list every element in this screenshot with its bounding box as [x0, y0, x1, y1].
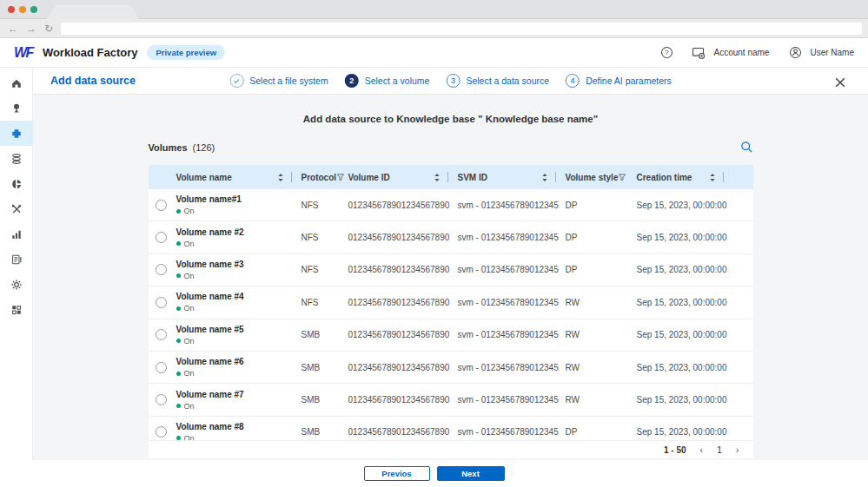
close-window-icon[interactable]: [8, 6, 15, 13]
table-row[interactable]: Volume name #4OnNFS012345678901234567890…: [149, 286, 753, 319]
url-bar[interactable]: [61, 23, 862, 35]
volume-radio[interactable]: [156, 200, 167, 211]
sidebar-item-metrics[interactable]: [0, 221, 32, 247]
table-row[interactable]: Volume name #5OnSMB012345678901234567890…: [149, 319, 753, 352]
volume-name: Volume name #2: [176, 227, 293, 237]
status-on-dot: [176, 372, 181, 376]
volume-name-cell: Volume name #5On: [175, 325, 300, 346]
current-page[interactable]: 1: [717, 445, 722, 455]
volume-name: Volume name #7: [176, 390, 293, 399]
previous-button[interactable]: Previos: [364, 466, 430, 481]
sort-icon[interactable]: [709, 173, 716, 182]
minimize-window-icon[interactable]: [19, 6, 26, 13]
forward-icon[interactable]: →: [26, 23, 36, 34]
main-content: Add data source to Knowledge base " Know…: [33, 95, 868, 460]
sidebar-item-file-systems[interactable]: [0, 95, 32, 121]
volume-radio[interactable]: [156, 232, 167, 243]
volume-name: Volume name #8: [176, 422, 293, 431]
column-label: SVM ID: [458, 173, 487, 182]
help-icon[interactable]: ?: [660, 46, 673, 59]
protocol-cell: NFS: [300, 233, 347, 242]
search-icon[interactable]: [740, 141, 753, 154]
volume-name-cell: Volume name #7On: [175, 390, 300, 411]
column-header-volume-id[interactable]: Volume ID: [347, 165, 456, 189]
volume-radio[interactable]: [156, 426, 167, 438]
table-row[interactable]: Volume name #2OnNFS012345678901234567890…: [149, 221, 753, 253]
browser-tab[interactable]: [47, 4, 139, 19]
close-icon[interactable]: [835, 76, 845, 91]
filter-icon[interactable]: [618, 173, 626, 181]
protocol-cell: SMB: [300, 395, 347, 405]
svm-id-cell: svm - 0123456789012345: [456, 201, 564, 210]
table-row[interactable]: Volume name#1OnNFS012345678901234567890s…: [149, 189, 753, 221]
maximize-window-icon[interactable]: [30, 6, 37, 13]
step-label: Define AI parameters: [586, 76, 672, 86]
wizard-step-4[interactable]: 4Define AI parameters: [566, 74, 672, 88]
column-header-protocol[interactable]: Protocol: [300, 165, 347, 189]
volume-id-cell: 012345678901234567890: [347, 363, 456, 372]
table-header-row: Volume nameProtocolVolume IDSVM IDVolume…: [149, 165, 753, 189]
table-row[interactable]: Volume name #3OnNFS012345678901234567890…: [149, 254, 753, 286]
svm-id-cell: svm - 0123456789012345: [456, 265, 564, 274]
column-header-volume-name[interactable]: Volume name: [175, 165, 300, 189]
table-row[interactable]: Volume name #7OnSMB012345678901234567890…: [149, 384, 753, 416]
pagination-range: 1 - 50: [664, 445, 686, 455]
volume-radio[interactable]: [156, 329, 167, 340]
column-divider: [291, 172, 292, 182]
volume-radio[interactable]: [156, 297, 167, 308]
sidebar-item-home[interactable]: [0, 70, 32, 95]
dialog-heading: Add data source to Knowledge base " Know…: [303, 114, 598, 124]
column-divider: [723, 172, 724, 182]
protocol-cell: SMB: [300, 427, 347, 437]
column-header-volume-style[interactable]: Volume style: [564, 165, 635, 189]
sidebar-item-storage[interactable]: [0, 146, 32, 171]
account-name-label[interactable]: Account name: [713, 48, 769, 57]
svm-id-cell: svm - 0123456789012345: [456, 233, 564, 242]
account-icon[interactable]: [692, 46, 706, 60]
sidebar-item-settings[interactable]: [0, 272, 32, 297]
step-number: 4: [566, 74, 580, 88]
sort-icon[interactable]: [434, 173, 441, 182]
sidebar-item-tools[interactable]: [0, 196, 32, 221]
status-text: On: [184, 304, 195, 313]
table-row[interactable]: Volume name #8OnSMB012345678901234567890…: [149, 417, 753, 440]
filter-icon[interactable]: [336, 173, 345, 181]
status-on-dot: [176, 306, 181, 311]
table-row[interactable]: Volume name #6OnSMB012345678901234567890…: [149, 352, 753, 384]
column-header-creation-time[interactable]: Creation time: [635, 165, 753, 189]
wizard-step-1[interactable]: Select a file system: [229, 74, 328, 88]
sort-icon[interactable]: [541, 173, 548, 182]
wizard-step-2[interactable]: 2Select a volume: [345, 74, 430, 88]
step-number: 2: [345, 74, 359, 88]
volume-id-cell: 012345678901234567890: [347, 298, 456, 307]
status-on-dot: [176, 273, 181, 278]
sidebar-item-services[interactable]: [0, 171, 32, 196]
status-on-dot: [176, 241, 181, 246]
column-header-svm-id[interactable]: SVM ID: [456, 165, 564, 189]
sort-icon[interactable]: [277, 173, 284, 182]
app-title: Workload Factory: [43, 46, 138, 59]
volume-radio[interactable]: [156, 394, 167, 405]
sidebar-item-knowledge-bases[interactable]: [0, 121, 32, 146]
sidebar-item-apps[interactable]: [0, 297, 32, 322]
volume-style-cell: RW: [564, 330, 635, 339]
prev-page-icon[interactable]: ‹: [700, 444, 704, 455]
svm-id-cell: svm - 0123456789012345: [456, 330, 564, 339]
page: ← → ↻ WF Workload Factory Private previe…: [0, 0, 868, 487]
svm-id-cell: svm - 0123456789012345: [456, 298, 564, 307]
sidebar-item-reports[interactable]: [0, 247, 32, 272]
volume-radio[interactable]: [156, 362, 167, 373]
next-button[interactable]: Next: [437, 466, 505, 481]
volume-radio[interactable]: [156, 264, 167, 275]
next-page-icon[interactable]: ›: [736, 444, 739, 455]
wizard-step-3[interactable]: 3Select a data source: [446, 74, 549, 88]
creation-time-cell: Sep 15, 2023, 00:00:00: [635, 298, 753, 307]
user-name-label[interactable]: User Name: [810, 48, 854, 57]
refresh-icon[interactable]: ↻: [44, 23, 53, 34]
user-icon[interactable]: [789, 46, 802, 59]
volume-style-cell: RW: [564, 395, 635, 405]
back-icon[interactable]: ←: [8, 23, 18, 34]
svm-id-cell: svm - 0123456789012345: [456, 395, 564, 405]
status-on-dot: [176, 339, 181, 343]
home-icon: [10, 77, 23, 89]
